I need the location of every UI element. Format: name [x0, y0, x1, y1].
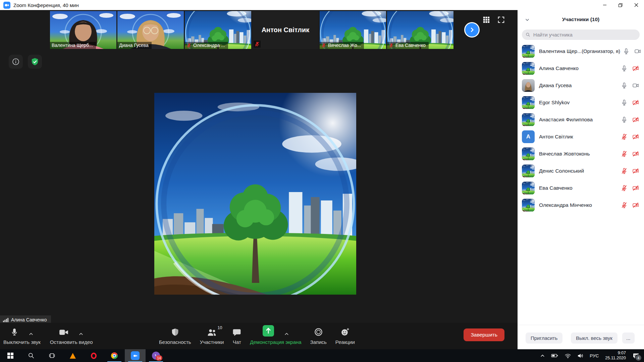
video-thumbnail[interactable]: Ева Савченко — [387, 11, 453, 49]
host-badge: (Организатор, я) — [582, 48, 620, 54]
search-icon — [28, 352, 35, 359]
participant-name: Алина Савченко — [539, 65, 579, 71]
toolbar-chat-button[interactable]: Чат — [232, 323, 241, 349]
toolbar-record-button[interactable]: Запись — [310, 323, 327, 349]
minimize-button[interactable] — [597, 0, 612, 10]
chevron-up-icon[interactable] — [78, 331, 84, 338]
toolbar-security-button[interactable]: Безопасность — [159, 323, 191, 349]
video-thumbnail[interactable]: Вячеслав Жо... — [320, 11, 386, 49]
participant-status-icons — [621, 82, 639, 89]
video-thumbnail[interactable]: Антон Світлик — [252, 11, 319, 49]
participants-count-badge: 10 — [218, 325, 222, 330]
taskbar-zoom-icon[interactable] — [125, 349, 146, 362]
toolbar-reactions-label: Реакции — [335, 339, 355, 345]
taskbar-clock[interactable]: 9:07 25.11.2020 — [602, 351, 629, 361]
participant-row[interactable]: Анастасия Филиппова — [518, 111, 644, 128]
participant-name: Антон Світлик — [539, 134, 573, 140]
restore-button[interactable] — [612, 0, 628, 10]
video-thumbnail[interactable]: Диана Гусева — [117, 11, 184, 49]
tray-chevron-icon[interactable] — [537, 349, 548, 362]
window-title: Zoom Конференция, 40 мин — [13, 2, 79, 8]
participant-status-icons — [621, 133, 639, 140]
record-icon — [314, 327, 323, 338]
taskbar-vlc-icon[interactable] — [62, 349, 83, 362]
tray-time: 9:07 — [618, 351, 626, 356]
participant-row[interactable]: Вячеслав Жовтоконь — [518, 145, 644, 162]
meeting-info-button[interactable] — [9, 55, 23, 69]
participant-name: Вячеслав Жовтоконь — [539, 151, 590, 157]
mic-muted-icon — [389, 43, 394, 48]
desktop: Zoom Конференция, 40 мин Валентина Щерб.… — [0, 0, 644, 362]
taskbar-viber-icon[interactable]: 14 — [146, 349, 166, 362]
language-indicator[interactable]: РУС — [587, 349, 602, 362]
end-meeting-button[interactable]: Завершить — [464, 328, 504, 341]
taskbar-search-button[interactable] — [21, 349, 42, 362]
participant-row[interactable]: Денис Солонський — [518, 162, 644, 179]
toolbar-video-label: Остановить видео — [50, 339, 93, 345]
meeting-toolbar: Выключить звукОстановить видео Безопасно… — [0, 323, 518, 349]
toolbar-reactions-button[interactable]: Реакции — [335, 323, 355, 349]
participant-row[interactable]: Олександра Мінченко — [518, 196, 644, 214]
video-thumbnail[interactable]: Валентина Щерб... — [50, 11, 116, 49]
tree-avatar — [522, 113, 535, 126]
participant-row[interactable]: Диана Гусева — [518, 77, 644, 94]
more-options-button[interactable]: ... — [622, 333, 635, 344]
close-button[interactable] — [628, 0, 644, 10]
participant-name: Денис Солонський — [539, 168, 584, 174]
participant-row[interactable]: Ева Савченко — [518, 179, 644, 196]
wifi-icon[interactable] — [561, 349, 574, 362]
participants-list: Валентина Щер...(Организатор, я) Алина С… — [518, 43, 644, 214]
mic-muted-icon — [186, 43, 192, 48]
chevron-up-icon[interactable] — [29, 331, 34, 338]
participants-panel: Участники (10) Валентина Щер...(Организа… — [518, 10, 644, 349]
taskbar-opera-icon[interactable] — [83, 349, 104, 362]
windows-logo-icon — [7, 353, 13, 359]
video-thumbnail[interactable]: Олександра ... — [185, 11, 251, 49]
toolbar-share-button[interactable]: Демонстрация экрана — [250, 323, 301, 349]
next-page-arrow-button[interactable] — [464, 22, 480, 38]
thumbnail-name-label: Олександра ... — [185, 42, 228, 49]
participant-search-input[interactable] — [533, 32, 636, 38]
encryption-shield-icon[interactable] — [28, 55, 42, 69]
taskbar-chrome-icon[interactable] — [104, 349, 125, 362]
toolbar-mute-button[interactable]: Выключить звук — [3, 323, 41, 349]
participant-row[interactable]: Алина Савченко — [518, 60, 644, 77]
panel-collapse-chevron-icon[interactable] — [524, 17, 530, 23]
toolbar-participants-label: Участники — [200, 339, 224, 345]
thumbnail-name-label: Вячеслав Жо... — [320, 42, 364, 49]
camera-off-icon — [632, 168, 639, 174]
zoom-meeting-window: Валентина Щерб... Диана Гусева Олександр… — [0, 10, 644, 349]
toolbar-participants-button[interactable]: 10Участники — [200, 323, 224, 349]
zoom-icon — [131, 351, 140, 360]
thumbnail-name: Диана Гусева — [119, 43, 149, 48]
invite-button[interactable]: Пригласить — [526, 333, 562, 344]
participant-search-box[interactable] — [522, 29, 640, 40]
task-view-button[interactable] — [42, 349, 62, 362]
participant-name: Ева Савченко — [539, 185, 573, 191]
windows-taskbar: 14 РУС 9:07 25.11.2020 4 — [0, 349, 644, 362]
fullscreen-icon[interactable] — [497, 15, 505, 24]
participant-name: Валентина Щер... — [539, 48, 582, 54]
volume-icon[interactable] — [574, 349, 587, 362]
action-center-button[interactable]: 4 — [629, 349, 644, 362]
participant-status-icons — [621, 168, 639, 174]
thumbnail-centered-name: Антон Світлик — [252, 11, 319, 49]
camera-off-icon — [632, 185, 639, 191]
battery-icon[interactable] — [548, 349, 561, 362]
start-button[interactable] — [0, 349, 21, 362]
participant-row[interactable]: AАнтон Світлик — [518, 128, 644, 145]
participant-status-icons — [621, 185, 639, 191]
tree-avatar — [522, 147, 535, 160]
gallery-view-icon[interactable] — [482, 15, 491, 24]
participant-row[interactable]: Egor Shlykov — [518, 94, 644, 111]
toolbar-video-button[interactable]: Остановить видео — [50, 323, 93, 349]
chevron-up-icon[interactable] — [284, 331, 289, 338]
thumbnail-name: Валентина Щерб... — [52, 43, 93, 48]
letter-avatar: A — [522, 130, 535, 143]
notifications-badge: 4 — [635, 354, 642, 361]
mic-on-icon — [623, 48, 630, 55]
participant-row[interactable]: Валентина Щер...(Организатор, я) — [518, 43, 644, 60]
share-icon — [263, 327, 289, 338]
toolbar-chat-label: Чат — [233, 339, 241, 345]
mute-all-button[interactable]: Выкл. весь звук — [571, 333, 618, 344]
